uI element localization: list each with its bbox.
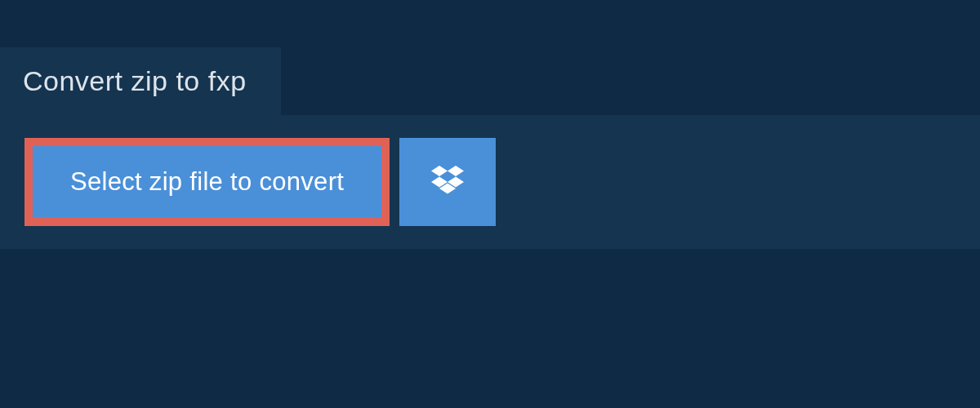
button-row: Select zip file to convert [24, 138, 956, 226]
dropbox-icon [431, 166, 464, 198]
upload-panel: Select zip file to convert [0, 115, 980, 249]
header-tab: Convert zip to fxp [0, 47, 281, 115]
select-file-button[interactable]: Select zip file to convert [24, 138, 390, 226]
dropbox-button[interactable] [399, 138, 496, 226]
select-file-label: Select zip file to convert [70, 167, 344, 197]
page-title: Convert zip to fxp [23, 65, 247, 97]
